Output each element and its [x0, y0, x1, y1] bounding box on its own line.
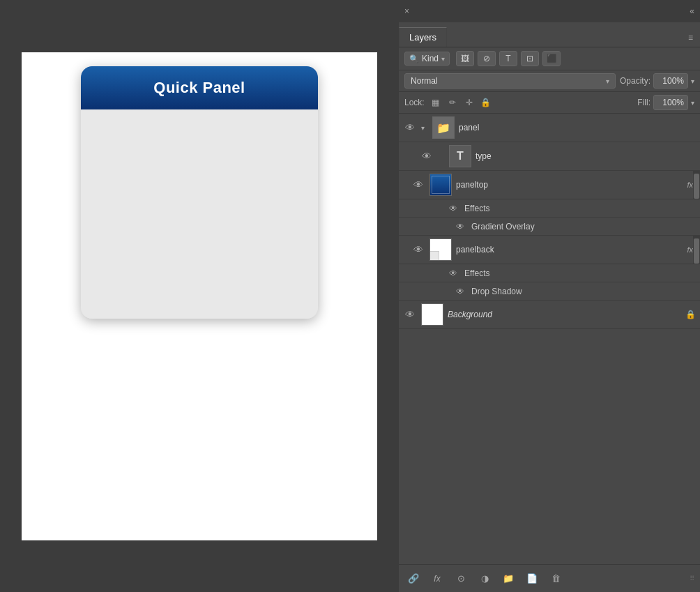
- gradient-overlay-label: Gradient Overlay: [471, 222, 535, 232]
- fx-badge-paneltop: fx: [687, 181, 693, 189]
- add-mask-btn[interactable]: ⊙: [452, 570, 470, 588]
- layer-name-background: Background: [448, 310, 685, 319]
- quick-panel-title: Quick Panel: [153, 79, 245, 96]
- layer-item-type[interactable]: 👁 T type: [399, 142, 700, 171]
- lock-paint-btn[interactable]: ✏: [446, 96, 459, 109]
- collapse-icon[interactable]: «: [690, 6, 694, 16]
- visibility-icon-panel[interactable]: 👁: [403, 122, 417, 133]
- panel-tab-bar: Layers ≡: [399, 22, 700, 47]
- layer-thumbnail-panelback: [429, 238, 452, 261]
- drop-shadow-label: Drop Shadow: [471, 287, 522, 296]
- layer-item-panelback[interactable]: 👁 panelback fx: [399, 236, 700, 264]
- fill-dropdown-arrow: ▾: [691, 99, 694, 107]
- panel-menu-icon[interactable]: ≡: [681, 29, 700, 47]
- layer-item-panel-group[interactable]: 👁 ▾ 📁 panel: [399, 114, 700, 142]
- quick-panel-widget: Quick Panel: [81, 66, 318, 319]
- visibility-icon-background[interactable]: 👁: [403, 309, 417, 320]
- gradient-overlay-eye[interactable]: 👁: [453, 222, 467, 232]
- lock-all-btn[interactable]: 🔒: [479, 96, 493, 109]
- layer-item-paneltop[interactable]: 👁 paneltop fx: [399, 171, 700, 199]
- effects-label-panelback: Effects: [464, 268, 489, 278]
- image-filter-btn[interactable]: 🖼: [456, 51, 474, 66]
- effects-eye-paneltop[interactable]: 👁: [446, 204, 460, 213]
- blend-dropdown-arrow: ▾: [606, 77, 609, 85]
- circle-filter-btn[interactable]: ⊘: [478, 51, 496, 66]
- layer-thumbnail-type: T: [449, 145, 471, 167]
- bottom-toolbar: 🔗 fx ⊙ ◑ 📁 📄 🗑 ⠿: [399, 564, 700, 592]
- layers-panel: × « Layers ≡ 🔍 Kind ▾ 🖼 ⊘ T ⊡ ⬛ Normal ▾: [399, 0, 700, 592]
- layer-fx-btn[interactable]: fx: [428, 570, 446, 588]
- effects-eye-panelback[interactable]: 👁: [446, 268, 460, 278]
- close-icon[interactable]: ×: [404, 6, 409, 16]
- delete-layer-btn[interactable]: 🗑: [547, 570, 565, 588]
- new-layer-btn[interactable]: 📄: [523, 570, 541, 588]
- fill-label: Fill:: [637, 98, 650, 107]
- kind-toolbar: 🔍 Kind ▾ 🖼 ⊘ T ⊡ ⬛: [399, 47, 700, 70]
- gradient-overlay-item[interactable]: 👁 Gradient Overlay: [399, 218, 700, 236]
- adjustment-btn[interactable]: ◑: [475, 570, 494, 588]
- lock-icons: ▦ ✏ ✛ 🔒: [429, 96, 493, 109]
- layer-name-paneltop: paneltop: [456, 180, 687, 190]
- fill-input[interactable]: 100%: [653, 95, 688, 110]
- layer-name-panelback: panelback: [456, 245, 687, 255]
- layer-thumbnail-paneltop: [429, 174, 452, 196]
- search-icon: 🔍: [409, 54, 419, 63]
- layer-name-panel: panel: [459, 123, 696, 132]
- filter-icons: 🖼 ⊘ T ⊡ ⬛: [456, 51, 561, 66]
- effects-header-panelback: 👁 Effects: [399, 264, 700, 282]
- effects-label-paneltop: Effects: [464, 204, 489, 213]
- fx-badge-panelback: fx: [687, 245, 693, 254]
- opacity-dropdown-arrow: ▾: [691, 77, 694, 85]
- lock-label: Lock:: [404, 98, 425, 107]
- layers-list[interactable]: 👁 ▾ 📁 panel 👁 T type 👁 paneltop fx: [399, 114, 700, 564]
- scroll-dots: ⠿: [690, 575, 694, 582]
- opacity-row: Opacity: 100% ▾: [620, 73, 694, 89]
- select-filter-btn[interactable]: ⊡: [521, 51, 539, 66]
- lock-move-btn[interactable]: ✛: [462, 96, 476, 109]
- layer-thumbnail-panel: 📁: [432, 116, 455, 139]
- lock-transparent-btn[interactable]: ▦: [429, 96, 443, 109]
- layers-tab[interactable]: Layers: [399, 27, 447, 47]
- blend-opacity-toolbar: Normal ▾ Opacity: 100% ▾: [399, 70, 700, 92]
- opacity-input[interactable]: 100%: [653, 73, 688, 89]
- layer-name-type: type: [475, 151, 696, 161]
- canvas-area: Quick Panel: [0, 0, 399, 592]
- expand-arrow-panel[interactable]: ▾: [417, 124, 428, 132]
- visibility-icon-type[interactable]: 👁: [420, 151, 434, 162]
- layer-filter-btn[interactable]: ⬛: [542, 51, 561, 66]
- link-layers-btn[interactable]: 🔗: [404, 570, 423, 588]
- visibility-icon-paneltop[interactable]: 👁: [411, 179, 425, 190]
- kind-dropdown-arrow: ▾: [441, 55, 445, 63]
- kind-select[interactable]: 🔍 Kind ▾: [404, 52, 450, 66]
- panel-topbar: × «: [399, 0, 700, 22]
- drop-shadow-eye[interactable]: 👁: [453, 287, 467, 296]
- opacity-label: Opacity:: [620, 76, 650, 86]
- background-lock-icon: 🔒: [685, 310, 696, 319]
- drop-shadow-item[interactable]: 👁 Drop Shadow: [399, 282, 700, 301]
- group-btn[interactable]: 📁: [499, 570, 517, 588]
- visibility-icon-panelback[interactable]: 👁: [411, 244, 425, 255]
- lock-fill-toolbar: Lock: ▦ ✏ ✛ 🔒 Fill: 100% ▾: [399, 92, 700, 114]
- effects-header-paneltop: 👁 Effects: [399, 199, 700, 218]
- canvas-background: Quick Panel: [22, 52, 377, 540]
- fill-row: Fill: 100% ▾: [637, 95, 694, 110]
- quick-panel-body: [81, 109, 318, 319]
- quick-panel-header: Quick Panel: [81, 66, 318, 109]
- layer-item-background[interactable]: 👁 Background 🔒: [399, 301, 700, 329]
- type-filter-btn[interactable]: T: [499, 51, 517, 66]
- blend-mode-select[interactable]: Normal ▾: [404, 73, 616, 89]
- layer-thumbnail-background: [421, 303, 443, 326]
